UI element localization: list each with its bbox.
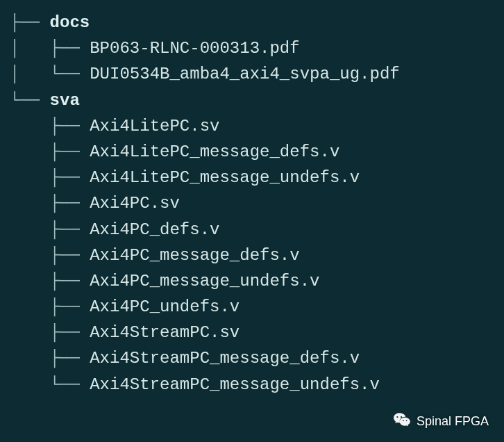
tree-file-row: ├── Axi4PC_message_undefs.v: [10, 268, 504, 294]
file-name: Axi4LitePC_message_undefs.v: [90, 165, 360, 190]
tree-glyph: ├──: [10, 165, 90, 190]
tree-dir-row: ├── docs: [10, 10, 504, 35]
tree-file-row: ├── Axi4LitePC_message_defs.v: [10, 139, 504, 165]
file-name: Axi4LitePC.sv: [90, 113, 219, 139]
directory-tree: ├── docs│ ├── BP063-RLNC-000313.pdf│ └──…: [0, 0, 504, 398]
tree-glyph: ├──: [10, 345, 90, 371]
tree-glyph: ├──: [10, 10, 50, 35]
file-name: Axi4StreamPC_message_undefs.v: [90, 372, 380, 398]
tree-glyph: │ └──: [10, 61, 90, 87]
file-name: Axi4StreamPC_message_defs.v: [90, 345, 360, 371]
tree-dir-row: └── sva: [10, 88, 504, 113]
tree-glyph: ├──: [10, 268, 90, 294]
tree-file-row: ├── Axi4PC_undefs.v: [10, 294, 504, 320]
file-name: Axi4PC_message_undefs.v: [90, 268, 319, 294]
file-name: Axi4PC_defs.v: [90, 217, 219, 243]
wechat-icon: [393, 411, 411, 432]
tree-file-row: ├── Axi4LitePC_message_undefs.v: [10, 165, 504, 190]
tree-file-row: ├── Axi4LitePC.sv: [10, 113, 504, 139]
file-name: Axi4PC_message_defs.v: [90, 243, 299, 268]
tree-glyph: ├──: [10, 139, 90, 165]
file-name: Axi4StreamPC.sv: [90, 320, 240, 345]
tree-file-row: ├── Axi4StreamPC_message_defs.v: [10, 345, 504, 371]
tree-glyph: └──: [10, 88, 50, 113]
tree-file-row: └── Axi4StreamPC_message_undefs.v: [10, 372, 504, 398]
dir-name: sva: [50, 88, 80, 113]
tree-file-row: ├── Axi4PC_defs.v: [10, 217, 504, 243]
tree-glyph: ├──: [10, 294, 90, 320]
dir-name: docs: [50, 10, 90, 35]
tree-glyph: ├──: [10, 113, 90, 139]
tree-glyph: └──: [10, 372, 90, 398]
tree-file-row: │ └── DUI0534B_amba4_axi4_svpa_ug.pdf: [10, 61, 504, 87]
tree-file-row: │ ├── BP063-RLNC-000313.pdf: [10, 35, 504, 61]
watermark: Spinal FPGA: [393, 411, 489, 432]
file-name: Axi4PC_undefs.v: [90, 294, 240, 320]
file-name: Axi4LitePC_message_defs.v: [90, 139, 339, 165]
file-name: DUI0534B_amba4_axi4_svpa_ug.pdf: [90, 61, 399, 87]
tree-glyph: ├──: [10, 243, 90, 268]
tree-glyph: ├──: [10, 190, 90, 216]
tree-glyph: │ ├──: [10, 35, 90, 61]
file-name: BP063-RLNC-000313.pdf: [90, 35, 299, 61]
tree-glyph: ├──: [10, 217, 90, 243]
tree-file-row: ├── Axi4StreamPC.sv: [10, 320, 504, 345]
watermark-text: Spinal FPGA: [417, 414, 489, 429]
tree-file-row: ├── Axi4PC.sv: [10, 190, 504, 216]
tree-glyph: ├──: [10, 320, 90, 345]
tree-file-row: ├── Axi4PC_message_defs.v: [10, 243, 504, 268]
file-name: Axi4PC.sv: [90, 190, 180, 216]
